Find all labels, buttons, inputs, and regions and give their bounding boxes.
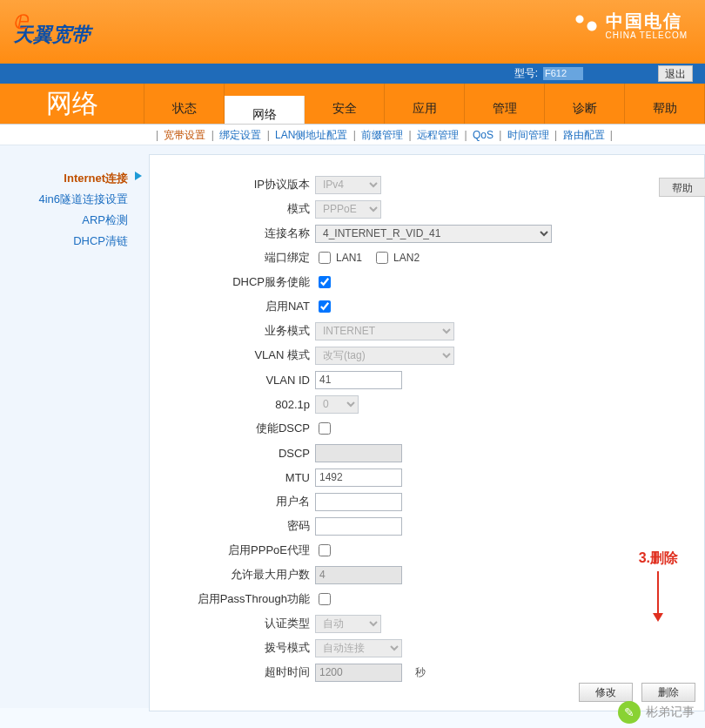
checkbox-nat[interactable]: [319, 300, 331, 313]
sidebar-item-arp[interactable]: ARP检测: [0, 210, 144, 231]
checkbox-passthrough[interactable]: [319, 593, 331, 605]
main-area: Internet连接 4in6隧道连接设置 ARP检测 DHCP清链 帮助 IP…: [0, 145, 705, 708]
input-password[interactable]: [315, 517, 402, 536]
brand-right: 中国电信 CHINA TELECOM: [571, 10, 688, 40]
lbl-port-bind: 端口绑定: [150, 250, 315, 266]
lbl-dial-mode: 拨号模式: [150, 640, 315, 656]
sidebar-item-4in6[interactable]: 4in6隧道连接设置: [0, 189, 144, 210]
timeout-suffix: 秒: [415, 665, 426, 680]
input-max-users[interactable]: [315, 566, 402, 584]
tab-management[interactable]: 管理: [465, 84, 545, 124]
lbl-ip-ver: IP协议版本: [150, 177, 315, 192]
lbl-dscp: DSCP: [150, 447, 315, 460]
lbl-dhcp-srv: DHCP服务使能: [150, 274, 315, 290]
model-label: 型号:: [514, 64, 538, 84]
lbl-passthrough: 启用PassThrough功能: [150, 591, 315, 607]
sub-nav: | 宽带设置 | 绑定设置 | LAN侧地址配置 | 前缀管理 | 远程管理 |…: [0, 125, 705, 145]
lbl-svc-mode: 业务模式: [150, 323, 315, 339]
select-service-mode[interactable]: INTERNET: [315, 322, 454, 340]
subnav-broadband[interactable]: 宽带设置: [162, 129, 207, 141]
subnav-lan-addr[interactable]: LAN侧地址配置: [273, 129, 349, 141]
lbl-username: 用户名: [150, 494, 315, 509]
delete-button[interactable]: 删除: [641, 683, 695, 702]
lbl-dscp-en: 使能DSCP: [150, 421, 315, 436]
lan2-option[interactable]: LAN2: [373, 249, 420, 266]
select-connection[interactable]: 4_INTERNET_R_VID_41: [315, 225, 552, 243]
page-title: 网络: [46, 86, 98, 122]
help-button[interactable]: 帮助: [659, 178, 705, 197]
brand-left: ⅇ 天翼宽带: [14, 5, 91, 44]
lbl-auth-type: 认证类型: [150, 616, 315, 631]
wan-form: IP协议版本 IPv4 模式 PPPoE 连接名称 4_INTERNET_R_V…: [150, 155, 704, 684]
sidebar-item-dhcp-clear[interactable]: DHCP清链: [0, 231, 144, 252]
china-telecom-en: CHINA TELECOM: [606, 30, 688, 40]
logout-button[interactable]: 退出: [658, 65, 693, 82]
input-timeout[interactable]: [315, 664, 402, 682]
lbl-timeout: 超时时间: [150, 664, 315, 680]
input-vlan-id[interactable]: [315, 371, 402, 389]
lbl-pppoe-proxy: 启用PPPoE代理: [150, 543, 315, 558]
header-banner: ⅇ 天翼宽带 中国电信 CHINA TELECOM: [0, 0, 705, 64]
top-nav: 网络 状态 网络 安全 应用 管理 诊断 帮助: [0, 84, 705, 124]
lbl-vlan-id: VLAN ID: [150, 374, 315, 387]
select-dial-mode[interactable]: 自动连接: [315, 639, 402, 657]
tab-security[interactable]: 安全: [305, 84, 385, 124]
annotation-delete: 3.删除: [639, 549, 678, 620]
lbl-password: 密码: [150, 518, 315, 534]
watermark: ✎ 彬弟记事: [618, 701, 695, 724]
select-ip-ver[interactable]: IPv4: [315, 176, 381, 194]
lbl-vlan-mode: VLAN 模式: [150, 347, 315, 363]
checkbox-lan1[interactable]: [319, 252, 331, 264]
select-vlan-mode[interactable]: 改写(tag): [315, 347, 454, 365]
main-tabs: 状态 网络 安全 应用 管理 诊断 帮助: [144, 84, 705, 124]
annotation-arrow-icon: [657, 571, 659, 620]
watermark-text: 彬弟记事: [646, 704, 695, 720]
lbl-conn-name: 连接名称: [150, 226, 315, 241]
model-bar: 型号: F612 退出: [0, 64, 705, 84]
modify-button[interactable]: 修改: [579, 683, 633, 702]
input-username[interactable]: [315, 493, 402, 511]
lan1-option[interactable]: LAN1: [315, 249, 362, 266]
button-bar: 修改 删除: [579, 683, 695, 702]
select-auth-type[interactable]: 自动: [315, 615, 381, 633]
page-title-cell: 网络: [0, 84, 144, 124]
checkbox-dscp-enable[interactable]: [319, 422, 331, 435]
tab-application[interactable]: 应用: [385, 84, 465, 124]
subnav-remote[interactable]: 远程管理: [415, 129, 460, 141]
model-value: F612: [543, 67, 583, 80]
subnav-time[interactable]: 时间管理: [506, 129, 551, 141]
lbl-max-users: 允许最大用户数: [150, 567, 315, 583]
china-telecom-cn: 中国电信: [606, 11, 682, 30]
checkbox-lan2[interactable]: [376, 252, 388, 264]
tab-diagnose[interactable]: 诊断: [545, 84, 625, 124]
lbl-mode: 模式: [150, 201, 315, 217]
lbl-mtu: MTU: [150, 471, 315, 484]
wechat-icon: ✎: [618, 701, 641, 724]
select-8021p[interactable]: 0: [315, 395, 359, 414]
china-telecom-icon: [571, 10, 601, 40]
lbl-nat: 启用NAT: [150, 299, 315, 314]
subnav-binding[interactable]: 绑定设置: [218, 129, 263, 141]
subnav-route[interactable]: 路由配置: [561, 129, 607, 141]
tab-status[interactable]: 状态: [144, 84, 225, 124]
tab-network[interactable]: 网络: [225, 96, 305, 124]
tianyi-swirl-icon: ⅇ: [14, 8, 30, 32]
lbl-8021p: 802.1p: [150, 398, 315, 411]
input-dscp[interactable]: [315, 444, 402, 462]
sidebar: Internet连接 4in6隧道连接设置 ARP检测 DHCP清链: [0, 145, 144, 708]
input-mtu[interactable]: [315, 468, 402, 487]
checkbox-dhcp-srv[interactable]: [319, 276, 331, 288]
tab-help[interactable]: 帮助: [625, 84, 705, 124]
checkbox-pppoe-proxy[interactable]: [319, 544, 331, 556]
sidebar-item-internet[interactable]: Internet连接: [0, 168, 144, 189]
subnav-prefix[interactable]: 前缀管理: [359, 129, 405, 141]
content-panel: 帮助 IP协议版本 IPv4 模式 PPPoE 连接名称 4_INTERNET_…: [149, 154, 705, 711]
select-mode[interactable]: PPPoE: [315, 200, 381, 219]
subnav-qos[interactable]: QoS: [471, 129, 495, 141]
china-telecom-text: 中国电信 CHINA TELECOM: [606, 11, 688, 40]
annotation-text: 3.删除: [639, 550, 678, 565]
